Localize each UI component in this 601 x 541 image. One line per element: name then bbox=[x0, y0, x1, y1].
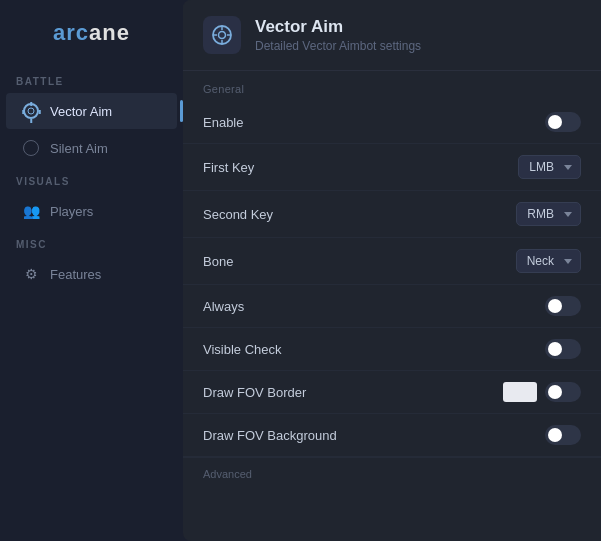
gear-icon: ⚙ bbox=[22, 265, 40, 283]
setting-always: Always bbox=[183, 285, 601, 328]
toggle-always[interactable] bbox=[545, 296, 581, 316]
logo-arc: arc bbox=[53, 20, 89, 45]
people-icon: 👥 bbox=[22, 202, 40, 220]
sidebar-item-label: Features bbox=[50, 267, 101, 282]
dropdown-value-bone: Neck bbox=[527, 254, 554, 268]
panel-icon bbox=[203, 16, 241, 54]
sidebar: arcane BATTLE Vector Aim Silent Aim VISU… bbox=[0, 0, 183, 541]
target-icon bbox=[22, 102, 40, 120]
svg-point-1 bbox=[219, 32, 226, 39]
toggle-fov-border[interactable] bbox=[545, 382, 581, 402]
panel-subtitle: Detailed Vector Aimbot settings bbox=[255, 39, 421, 53]
setting-enable: Enable bbox=[183, 101, 601, 144]
chevron-down-icon bbox=[564, 212, 572, 217]
chevron-down-icon bbox=[564, 259, 572, 264]
sidebar-item-vector-aim[interactable]: Vector Aim bbox=[6, 93, 177, 129]
setting-label-bone: Bone bbox=[203, 254, 233, 269]
advanced-section-label: Advanced bbox=[183, 457, 601, 486]
general-section-label: General bbox=[183, 71, 601, 101]
chevron-down-icon bbox=[564, 165, 572, 170]
setting-first-key: First Key LMB bbox=[183, 144, 601, 191]
dropdown-value-second-key: RMB bbox=[527, 207, 554, 221]
setting-label-visible-check: Visible Check bbox=[203, 342, 282, 357]
app-logo: arcane bbox=[0, 20, 183, 46]
toggle-visible-check[interactable] bbox=[545, 339, 581, 359]
sidebar-item-label: Vector Aim bbox=[50, 104, 112, 119]
sidebar-item-label: Silent Aim bbox=[50, 141, 108, 156]
setting-label-first-key: First Key bbox=[203, 160, 254, 175]
section-label-battle: BATTLE bbox=[0, 76, 183, 87]
setting-bone: Bone Neck bbox=[183, 238, 601, 285]
logo-ane: ane bbox=[89, 20, 130, 45]
section-label-visuals: VISUALS bbox=[0, 176, 183, 187]
setting-visible-check: Visible Check bbox=[183, 328, 601, 371]
panel-header: Vector Aim Detailed Vector Aimbot settin… bbox=[183, 0, 601, 71]
ghost-icon bbox=[22, 139, 40, 157]
sidebar-item-silent-aim[interactable]: Silent Aim bbox=[6, 130, 177, 166]
setting-label-always: Always bbox=[203, 299, 244, 314]
dropdown-second-key[interactable]: RMB bbox=[516, 202, 581, 226]
setting-label-draw-fov-background: Draw FOV Background bbox=[203, 428, 337, 443]
setting-label-second-key: Second Key bbox=[203, 207, 273, 222]
setting-label-enable: Enable bbox=[203, 115, 243, 130]
fov-border-controls bbox=[503, 382, 581, 402]
setting-draw-fov-background: Draw FOV Background bbox=[183, 414, 601, 457]
sidebar-item-label: Players bbox=[50, 204, 93, 219]
dropdown-bone[interactable]: Neck bbox=[516, 249, 581, 273]
toggle-fov-background[interactable] bbox=[545, 425, 581, 445]
setting-second-key: Second Key RMB bbox=[183, 191, 601, 238]
panel-title: Vector Aim bbox=[255, 17, 421, 37]
dropdown-first-key[interactable]: LMB bbox=[518, 155, 581, 179]
section-label-misc: MISC bbox=[0, 239, 183, 250]
toggle-enable[interactable] bbox=[545, 112, 581, 132]
setting-draw-fov-border: Draw FOV Border bbox=[183, 371, 601, 414]
sidebar-item-features[interactable]: ⚙ Features bbox=[6, 256, 177, 292]
setting-label-draw-fov-border: Draw FOV Border bbox=[203, 385, 306, 400]
sidebar-item-players[interactable]: 👥 Players bbox=[6, 193, 177, 229]
dropdown-value-first-key: LMB bbox=[529, 160, 554, 174]
main-panel: Vector Aim Detailed Vector Aimbot settin… bbox=[183, 0, 601, 541]
panel-header-text: Vector Aim Detailed Vector Aimbot settin… bbox=[255, 17, 421, 53]
fov-color-box[interactable] bbox=[503, 382, 537, 402]
vector-aim-icon bbox=[211, 24, 233, 46]
